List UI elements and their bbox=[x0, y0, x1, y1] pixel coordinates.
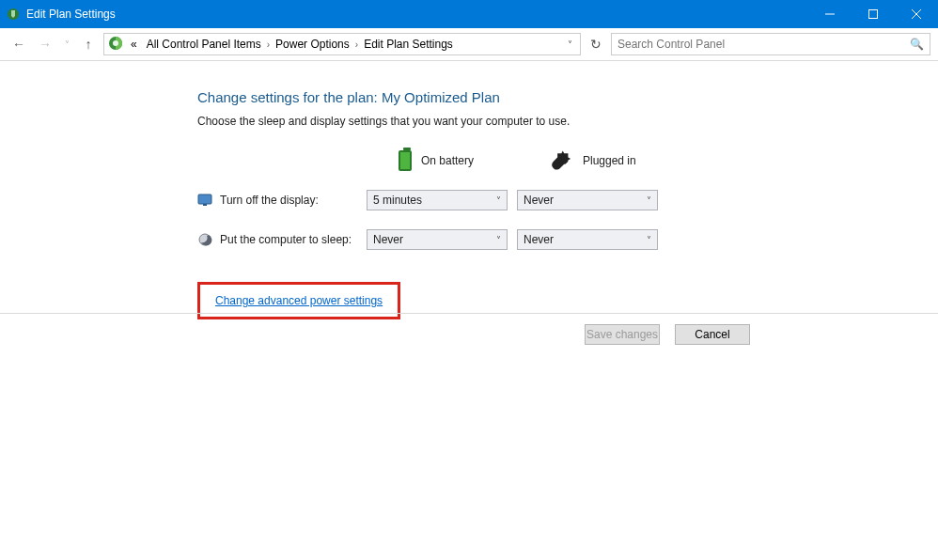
column-header-plugged: Plugged in bbox=[517, 151, 667, 171]
app-icon bbox=[0, 7, 26, 22]
save-button[interactable]: Save changes bbox=[585, 324, 660, 345]
breadcrumb-item[interactable]: All Control Panel Items bbox=[143, 38, 265, 51]
up-button[interactable]: ↑ bbox=[77, 33, 100, 55]
settings-grid: On battery Plugged in Turn off the displ… bbox=[197, 150, 938, 250]
change-advanced-link[interactable]: Change advanced power settings bbox=[215, 294, 383, 307]
address-dropdown-icon[interactable]: ˅ bbox=[568, 39, 576, 50]
minimize-button[interactable] bbox=[808, 0, 852, 28]
chevron-down-icon: ˅ bbox=[647, 195, 651, 206]
footer-bar: Save changes Cancel bbox=[0, 313, 938, 354]
title-bar: Edit Plan Settings bbox=[0, 0, 938, 28]
cancel-button[interactable]: Cancel bbox=[675, 324, 750, 345]
chevron-down-icon: ˅ bbox=[496, 195, 501, 206]
search-box[interactable]: 🔍 bbox=[611, 33, 930, 55]
svg-rect-2 bbox=[869, 10, 878, 19]
svg-rect-7 bbox=[198, 194, 211, 204]
battery-icon bbox=[399, 150, 412, 171]
refresh-button[interactable]: ↻ bbox=[585, 33, 607, 55]
chevron-down-icon: ˅ bbox=[496, 235, 501, 245]
window-title: Edit Plan Settings bbox=[26, 8, 808, 21]
column-label: Plugged in bbox=[583, 154, 636, 167]
search-icon: 🔍 bbox=[910, 38, 924, 51]
back-button[interactable]: ← bbox=[8, 33, 30, 55]
page-heading: Change settings for the plan: My Optimiz… bbox=[197, 89, 938, 105]
sleep-icon bbox=[197, 232, 212, 247]
row-display-label: Turn off the display: bbox=[197, 193, 367, 208]
control-panel-icon bbox=[108, 36, 125, 54]
sleep-plugged-select[interactable]: Never ˅ bbox=[517, 229, 658, 250]
chevron-down-icon: ˅ bbox=[647, 235, 651, 245]
row-sleep-label: Put the computer to sleep: bbox=[197, 232, 367, 247]
content-area: Change settings for the plan: My Optimiz… bbox=[0, 61, 938, 319]
address-bar[interactable]: « All Control Panel Items › Power Option… bbox=[103, 33, 581, 55]
breadcrumb-prefix: « bbox=[127, 38, 141, 51]
svg-rect-8 bbox=[203, 204, 207, 206]
plug-icon bbox=[545, 145, 576, 176]
column-header-battery: On battery bbox=[367, 150, 517, 171]
toolbar: ← → ˅ ↑ « All Control Panel Items › Powe… bbox=[0, 28, 938, 61]
display-plugged-select[interactable]: Never ˅ bbox=[517, 190, 658, 210]
breadcrumb-item[interactable]: Edit Plan Settings bbox=[360, 38, 457, 51]
search-input[interactable] bbox=[618, 38, 910, 51]
display-icon bbox=[197, 193, 212, 208]
svg-point-6 bbox=[113, 40, 118, 46]
breadcrumb-item[interactable]: Power Options bbox=[272, 38, 353, 51]
display-battery-select[interactable]: 5 minutes ˅ bbox=[367, 190, 508, 210]
chevron-right-icon: › bbox=[267, 39, 270, 50]
chevron-right-icon: › bbox=[355, 39, 358, 50]
page-subtext: Choose the sleep and display settings th… bbox=[197, 115, 938, 128]
close-button[interactable] bbox=[895, 0, 938, 28]
forward-button[interactable]: → bbox=[34, 33, 56, 55]
recent-locations-button[interactable]: ˅ bbox=[60, 33, 73, 55]
sleep-battery-select[interactable]: Never ˅ bbox=[367, 229, 508, 250]
maximize-button[interactable] bbox=[852, 0, 895, 28]
column-label: On battery bbox=[421, 154, 474, 167]
